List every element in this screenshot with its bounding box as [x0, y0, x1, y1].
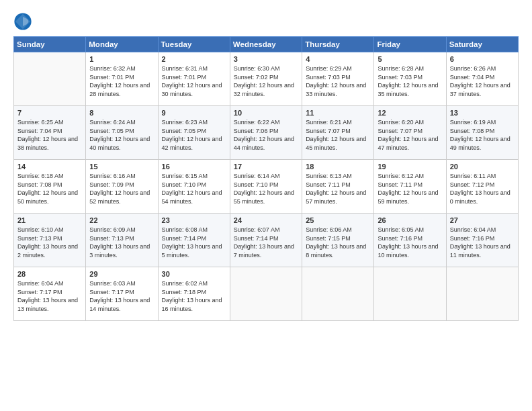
day-number: 3	[234, 55, 298, 63]
cell-info: Sunrise: 6:32 AM Sunset: 7:01 PM Dayligh…	[89, 64, 154, 98]
day-number: 26	[378, 216, 442, 224]
week-row-3: 14 Sunrise: 6:18 AM Sunset: 7:08 PM Dayl…	[14, 160, 519, 214]
day-number: 6	[450, 55, 515, 63]
day-number: 14	[17, 163, 82, 171]
day-cell: 23 Sunrise: 6:08 AM Sunset: 7:14 PM Dayl…	[158, 214, 230, 267]
day-cell: 25 Sunrise: 6:06 AM Sunset: 7:15 PM Dayl…	[302, 214, 374, 267]
day-cell: 16 Sunrise: 6:15 AM Sunset: 7:10 PM Dayl…	[158, 160, 230, 214]
cell-info: Sunrise: 6:14 AM Sunset: 7:10 PM Dayligh…	[234, 172, 298, 205]
day-number: 5	[378, 55, 442, 63]
day-cell: 14 Sunrise: 6:18 AM Sunset: 7:08 PM Dayl…	[14, 160, 86, 214]
day-cell: 6 Sunrise: 6:26 AM Sunset: 7:04 PM Dayli…	[446, 52, 518, 106]
day-cell: 10 Sunrise: 6:22 AM Sunset: 7:06 PM Dayl…	[230, 106, 302, 160]
day-number: 17	[234, 163, 298, 171]
cell-info: Sunrise: 6:26 AM Sunset: 7:04 PM Dayligh…	[450, 64, 515, 98]
week-row-1: 1 Sunrise: 6:32 AM Sunset: 7:01 PM Dayli…	[14, 52, 519, 106]
day-number: 18	[306, 163, 370, 171]
day-cell: 27 Sunrise: 6:04 AM Sunset: 7:16 PM Dayl…	[446, 214, 518, 267]
cell-info: Sunrise: 6:06 AM Sunset: 7:15 PM Dayligh…	[306, 226, 370, 259]
day-cell	[230, 267, 302, 321]
day-cell: 3 Sunrise: 6:30 AM Sunset: 7:02 PM Dayli…	[230, 52, 302, 106]
cell-info: Sunrise: 6:30 AM Sunset: 7:02 PM Dayligh…	[234, 64, 298, 98]
cell-info: Sunrise: 6:08 AM Sunset: 7:14 PM Dayligh…	[162, 226, 226, 259]
day-cell: 8 Sunrise: 6:24 AM Sunset: 7:05 PM Dayli…	[86, 106, 158, 160]
day-number: 2	[162, 55, 226, 63]
cell-info: Sunrise: 6:02 AM Sunset: 7:18 PM Dayligh…	[162, 279, 226, 313]
day-cell: 19 Sunrise: 6:12 AM Sunset: 7:11 PM Dayl…	[374, 160, 446, 214]
header-cell-monday: Monday	[86, 37, 158, 52]
day-cell: 13 Sunrise: 6:19 AM Sunset: 7:08 PM Dayl…	[446, 106, 518, 160]
day-number: 9	[162, 109, 226, 117]
day-number: 7	[17, 109, 82, 117]
week-row-4: 21 Sunrise: 6:10 AM Sunset: 7:13 PM Dayl…	[14, 214, 519, 267]
cell-info: Sunrise: 6:28 AM Sunset: 7:03 PM Dayligh…	[378, 64, 442, 98]
cell-info: Sunrise: 6:19 AM Sunset: 7:08 PM Dayligh…	[450, 118, 515, 152]
cell-info: Sunrise: 6:21 AM Sunset: 7:07 PM Dayligh…	[306, 118, 370, 152]
day-number: 22	[89, 216, 154, 224]
day-cell: 9 Sunrise: 6:23 AM Sunset: 7:05 PM Dayli…	[158, 106, 230, 160]
day-cell: 17 Sunrise: 6:14 AM Sunset: 7:10 PM Dayl…	[230, 160, 302, 214]
day-number: 11	[306, 109, 370, 117]
day-cell: 18 Sunrise: 6:13 AM Sunset: 7:11 PM Dayl…	[302, 160, 374, 214]
day-number: 24	[234, 216, 298, 224]
cell-info: Sunrise: 6:29 AM Sunset: 7:03 PM Dayligh…	[306, 64, 370, 98]
cell-info: Sunrise: 6:16 AM Sunset: 7:09 PM Dayligh…	[89, 172, 154, 205]
cell-info: Sunrise: 6:04 AM Sunset: 7:16 PM Dayligh…	[450, 226, 515, 259]
page: SundayMondayTuesdayWednesdayThursdayFrid…	[0, 0, 532, 411]
cell-info: Sunrise: 6:20 AM Sunset: 7:07 PM Dayligh…	[378, 118, 442, 152]
cell-info: Sunrise: 6:22 AM Sunset: 7:06 PM Dayligh…	[234, 118, 298, 152]
header-cell-tuesday: Tuesday	[158, 37, 230, 52]
header-cell-friday: Friday	[374, 37, 446, 52]
day-cell: 29 Sunrise: 6:03 AM Sunset: 7:17 PM Dayl…	[86, 267, 158, 321]
cell-info: Sunrise: 6:13 AM Sunset: 7:11 PM Dayligh…	[306, 172, 370, 205]
day-cell: 2 Sunrise: 6:31 AM Sunset: 7:01 PM Dayli…	[158, 52, 230, 106]
day-cell: 7 Sunrise: 6:25 AM Sunset: 7:04 PM Dayli…	[14, 106, 86, 160]
header-cell-thursday: Thursday	[302, 37, 374, 52]
logo-icon	[13, 12, 32, 31]
day-number: 13	[450, 109, 515, 117]
cell-info: Sunrise: 6:09 AM Sunset: 7:13 PM Dayligh…	[89, 226, 154, 259]
day-cell: 12 Sunrise: 6:20 AM Sunset: 7:07 PM Dayl…	[374, 106, 446, 160]
day-cell: 1 Sunrise: 6:32 AM Sunset: 7:01 PM Dayli…	[86, 52, 158, 106]
day-number: 25	[306, 216, 370, 224]
day-cell	[14, 52, 86, 106]
cell-info: Sunrise: 6:07 AM Sunset: 7:14 PM Dayligh…	[234, 226, 298, 259]
day-number: 27	[450, 216, 515, 224]
header-cell-wednesday: Wednesday	[230, 37, 302, 52]
day-number: 16	[162, 163, 226, 171]
day-cell: 24 Sunrise: 6:07 AM Sunset: 7:14 PM Dayl…	[230, 214, 302, 267]
day-number: 4	[306, 55, 370, 63]
header-cell-saturday: Saturday	[446, 37, 518, 52]
cell-info: Sunrise: 6:10 AM Sunset: 7:13 PM Dayligh…	[17, 226, 82, 259]
day-cell: 21 Sunrise: 6:10 AM Sunset: 7:13 PM Dayl…	[14, 214, 86, 267]
cell-info: Sunrise: 6:25 AM Sunset: 7:04 PM Dayligh…	[17, 118, 82, 152]
day-number: 29	[89, 270, 154, 278]
cell-info: Sunrise: 6:31 AM Sunset: 7:01 PM Dayligh…	[162, 64, 226, 98]
day-cell: 4 Sunrise: 6:29 AM Sunset: 7:03 PM Dayli…	[302, 52, 374, 106]
day-number: 20	[450, 163, 515, 171]
day-cell	[446, 267, 518, 321]
day-number: 23	[162, 216, 226, 224]
day-cell: 5 Sunrise: 6:28 AM Sunset: 7:03 PM Dayli…	[374, 52, 446, 106]
day-number: 19	[378, 163, 442, 171]
day-cell	[374, 267, 446, 321]
cell-info: Sunrise: 6:23 AM Sunset: 7:05 PM Dayligh…	[162, 118, 226, 152]
day-cell: 30 Sunrise: 6:02 AM Sunset: 7:18 PM Dayl…	[158, 267, 230, 321]
header	[13, 12, 519, 31]
day-cell: 20 Sunrise: 6:11 AM Sunset: 7:12 PM Dayl…	[446, 160, 518, 214]
day-cell	[302, 267, 374, 321]
cell-info: Sunrise: 6:04 AM Sunset: 7:17 PM Dayligh…	[17, 279, 82, 313]
day-cell: 15 Sunrise: 6:16 AM Sunset: 7:09 PM Dayl…	[86, 160, 158, 214]
day-number: 12	[378, 109, 442, 117]
cell-info: Sunrise: 6:15 AM Sunset: 7:10 PM Dayligh…	[162, 172, 226, 205]
day-number: 8	[89, 109, 154, 117]
week-row-5: 28 Sunrise: 6:04 AM Sunset: 7:17 PM Dayl…	[14, 267, 519, 321]
day-number: 21	[17, 216, 82, 224]
cell-info: Sunrise: 6:12 AM Sunset: 7:11 PM Dayligh…	[378, 172, 442, 205]
day-number: 1	[89, 55, 154, 63]
day-cell: 11 Sunrise: 6:21 AM Sunset: 7:07 PM Dayl…	[302, 106, 374, 160]
cell-info: Sunrise: 6:18 AM Sunset: 7:08 PM Dayligh…	[17, 172, 82, 205]
day-number: 15	[89, 163, 154, 171]
day-number: 28	[17, 270, 82, 278]
day-number: 30	[162, 270, 226, 278]
